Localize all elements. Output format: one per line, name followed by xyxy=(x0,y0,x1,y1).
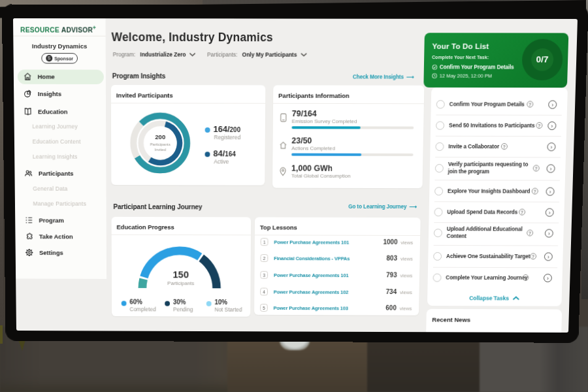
svg-text:0/7: 0/7 xyxy=(536,55,549,65)
svg-text:Invited: Invited xyxy=(155,148,166,152)
svg-text:Participants: Participants xyxy=(150,142,171,146)
svg-text:200: 200 xyxy=(155,133,165,140)
